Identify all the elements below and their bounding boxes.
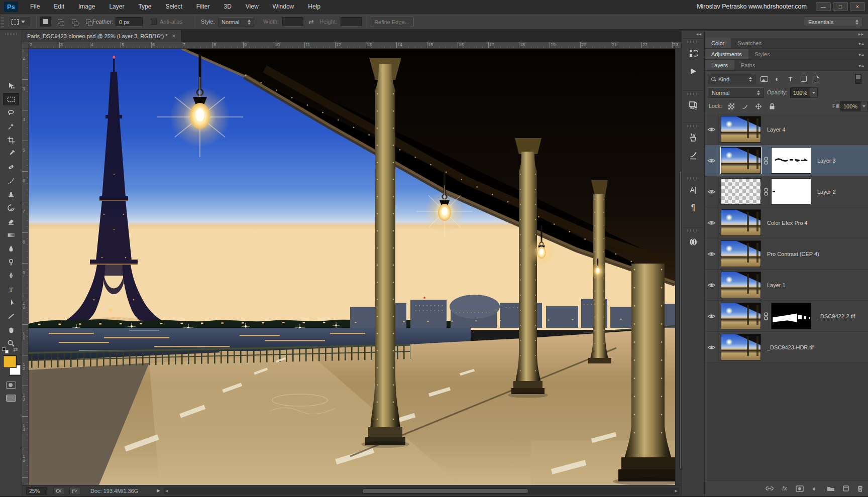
collapse-panels-icon[interactable]: ▶▶ [858, 32, 864, 36]
menu-help[interactable]: Help [301, 3, 328, 10]
menu-3d[interactable]: 3D [216, 3, 238, 10]
opacity-control[interactable]: 100% [790, 87, 818, 98]
tool-clone-stamp[interactable] [3, 188, 19, 200]
panel-menu-icon[interactable]: ▾≡ [858, 63, 864, 68]
document-canvas-photo[interactable] [29, 49, 675, 485]
filter-smart-objects-icon[interactable] [812, 75, 821, 83]
layer-name[interactable]: Layer 2 [817, 189, 836, 195]
layer-name[interactable]: Pro Contrast (CEP 4) [767, 251, 819, 257]
foreground-color-swatch[interactable] [3, 355, 17, 368]
filtering-toggle[interactable] [855, 74, 861, 84]
layer-style-fx-icon[interactable]: fx [779, 483, 790, 493]
lock-paint-icon[interactable] [740, 102, 749, 110]
layer-name[interactable]: _DSC9422-2.tif [817, 313, 855, 319]
width-input[interactable] [282, 17, 303, 27]
quick-mask-mode-button[interactable] [6, 382, 16, 389]
panel-grip[interactable] [687, 93, 699, 95]
layer-name[interactable]: Layer 3 [817, 158, 836, 164]
tool-quick-selection[interactable] [3, 120, 19, 133]
expand-panels-icon[interactable]: ◀◀ [696, 32, 702, 36]
feather-input[interactable]: 0 px [116, 17, 143, 27]
mask-link-icon[interactable] [761, 188, 771, 196]
menu-file[interactable]: File [23, 3, 47, 10]
tool-pen[interactable] [3, 269, 19, 282]
tool-path-selection[interactable] [3, 296, 19, 309]
layer-row[interactable]: _DSC9423-HDR.tif [705, 332, 868, 363]
menu-layer[interactable]: Layer [102, 3, 131, 10]
tool-healing-brush[interactable] [3, 161, 19, 173]
layer-mask-thumbnail[interactable] [771, 178, 811, 205]
layer-thumbnail[interactable] [721, 240, 761, 267]
tool-eyedropper[interactable] [3, 147, 19, 160]
panel-grip[interactable] [687, 125, 699, 127]
visibility-toggle[interactable] [705, 332, 718, 362]
selection-mode-new[interactable] [40, 17, 51, 27]
menu-type[interactable]: Type [131, 3, 158, 10]
tool-move[interactable] [3, 79, 19, 92]
link-layers-icon[interactable] [764, 483, 775, 493]
selection-mode-add[interactable] [54, 17, 65, 27]
swap-dimensions-icon[interactable]: ⇄ [308, 18, 314, 26]
document-tab[interactable]: Paris_DSC9423-oloneo.psd @ 25% (Layer 3,… [22, 30, 181, 42]
layer-row[interactable]: Layer 3 [705, 145, 868, 176]
tool-type[interactable]: T [3, 283, 19, 295]
layer-thumbnail[interactable] [721, 334, 761, 360]
tool-brush[interactable] [3, 174, 19, 187]
maximize-button[interactable]: □ [833, 2, 848, 11]
layer-row[interactable]: Layer 4 [705, 114, 868, 145]
visibility-toggle[interactable] [705, 176, 718, 207]
workspace-switcher[interactable]: Essentials [804, 17, 863, 27]
lock-position-icon[interactable] [754, 102, 763, 110]
tool-rectangular-marquee[interactable] [3, 93, 19, 105]
layer-thumbnail[interactable] [721, 209, 761, 236]
zoom-level-input[interactable]: 25% [26, 487, 47, 495]
selection-mode-subtract[interactable] [68, 17, 79, 27]
layer-row[interactable]: Color Efex Pro 4 [705, 207, 868, 238]
default-colors-icon[interactable] [2, 347, 9, 353]
filter-shape-layers-icon[interactable] [799, 75, 808, 83]
new-group-icon[interactable] [825, 483, 836, 493]
horizontal-scrollbar[interactable]: ◀ ▶ [164, 487, 679, 494]
tab-styles[interactable]: Styles [748, 49, 777, 59]
menu-image[interactable]: Image [71, 3, 102, 10]
vertical-ruler[interactable]: 234567891 01 11 21 31 41 5 [22, 49, 29, 485]
horizontal-ruler[interactable]: 234567891011121314151617181920212223 [29, 42, 681, 49]
menu-filter[interactable]: Filter [189, 3, 217, 10]
visibility-toggle[interactable] [705, 114, 718, 145]
new-layer-icon[interactable] [840, 483, 851, 493]
layer-name[interactable]: _DSC9423-HDR.tif [767, 344, 814, 350]
tool-presets-panel-icon[interactable] [683, 147, 703, 165]
tab-paths[interactable]: Paths [734, 60, 762, 70]
tool-line[interactable] [3, 310, 19, 322]
tool-gradient[interactable] [3, 228, 19, 241]
close-button[interactable]: × [850, 2, 865, 11]
panel-grip[interactable] [687, 177, 699, 179]
tool-lasso[interactable] [3, 106, 19, 119]
filter-kind-select[interactable]: Kind [708, 74, 755, 84]
tool-dodge[interactable] [3, 256, 19, 268]
opacity-dropdown-icon[interactable] [810, 87, 818, 98]
document-size-info[interactable]: Doc: 193.4M/1.36G [90, 488, 138, 494]
layer-thumbnail[interactable] [721, 272, 761, 298]
layer-row[interactable]: _DSC9422-2.tif [705, 301, 868, 332]
scroll-left-icon[interactable]: ◀ [165, 489, 168, 493]
delete-layer-icon[interactable] [854, 483, 865, 493]
style-select[interactable]: Normal [218, 17, 254, 27]
panel-menu-icon[interactable]: ▾≡ [858, 52, 864, 57]
vertical-scrollbar[interactable] [675, 49, 681, 485]
panel-grip[interactable] [687, 229, 699, 231]
paragraph-panel-icon[interactable]: ¶ [683, 199, 703, 217]
3d-panel-icon[interactable] [683, 96, 703, 114]
tab-layers[interactable]: Layers [705, 60, 734, 70]
ruler-origin-corner[interactable] [22, 42, 29, 49]
layer-thumbnail[interactable] [721, 116, 761, 143]
fill-control[interactable]: 100% [840, 101, 868, 111]
panel-grip[interactable] [687, 41, 699, 43]
layer-mask-thumbnail[interactable] [771, 147, 811, 174]
visibility-toggle[interactable] [705, 207, 718, 238]
tool-blur[interactable] [3, 242, 19, 255]
menu-window[interactable]: Window [266, 3, 301, 10]
visibility-toggle[interactable] [705, 238, 718, 269]
horizontal-scrollbar-thumb[interactable] [362, 488, 528, 493]
visibility-toggle[interactable] [705, 145, 718, 176]
